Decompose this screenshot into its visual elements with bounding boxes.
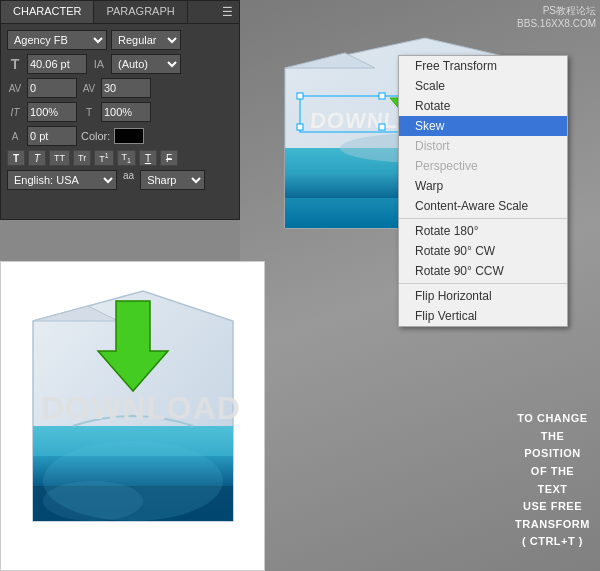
hscale-icon: T [81, 107, 97, 118]
italic-T-button[interactable]: T [28, 150, 46, 166]
language-select[interactable]: English: USA [7, 170, 117, 190]
svg-rect-12 [297, 124, 303, 130]
menu-item-rotate-180[interactable]: Rotate 180° [399, 221, 567, 241]
subscript-button[interactable]: T1 [117, 150, 136, 166]
character-panel: CHARACTER PARAGRAPH ☰ Agency FB Regular … [0, 0, 240, 220]
font-size-icon: T [7, 56, 23, 72]
tab-paragraph[interactable]: PARAGRAPH [94, 1, 187, 23]
panel-menu-button[interactable]: ☰ [216, 1, 239, 23]
baseline-icon: A [7, 131, 23, 142]
size-leading-row: T IA (Auto) [7, 54, 233, 74]
menu-item-distort: Distort [399, 136, 567, 156]
svg-point-22 [43, 481, 143, 521]
smallcaps-button[interactable]: Tr [73, 150, 91, 166]
font-size-input[interactable] [27, 54, 87, 74]
baseline-input[interactable] [27, 126, 77, 146]
font-family-select[interactable]: Agency FB [7, 30, 107, 50]
leading-select[interactable]: (Auto) [111, 54, 181, 74]
text-style-buttons: T T TT Tr T1 T1 T F [7, 150, 233, 166]
menu-separator-1 [399, 218, 567, 219]
menu-item-perspective: Perspective [399, 156, 567, 176]
instruction-text-area: TO CHANGE THE POSITION OF THE TEXT USE F… [505, 400, 600, 561]
instruction-text: TO CHANGE THE POSITION OF THE TEXT USE F… [515, 410, 590, 551]
svg-rect-13 [379, 124, 385, 130]
kerning-input[interactable] [27, 78, 77, 98]
menu-item-rotate-90cw[interactable]: Rotate 90° CW [399, 241, 567, 261]
context-menu: Free Transform Scale Rotate Skew Distort… [398, 55, 568, 327]
bold-T-button[interactable]: T [7, 150, 25, 166]
menu-item-scale[interactable]: Scale [399, 76, 567, 96]
menu-item-free-transform[interactable]: Free Transform [399, 56, 567, 76]
font-style-select[interactable]: Regular [111, 30, 181, 50]
menu-item-rotate-90ccw[interactable]: Rotate 90° CCW [399, 261, 567, 281]
color-label: Color: [81, 130, 110, 142]
superscript-button[interactable]: T1 [94, 150, 113, 166]
tracking-input[interactable] [101, 78, 151, 98]
aa-label: aa [121, 170, 136, 190]
color-swatch[interactable] [114, 128, 144, 144]
font-row: Agency FB Regular [7, 30, 233, 50]
menu-item-flip-vertical[interactable]: Flip Vertical [399, 306, 567, 326]
panel-body: Agency FB Regular T IA (Auto) AV AV IT [1, 24, 239, 196]
menu-item-flip-horizontal[interactable]: Flip Horizontal [399, 286, 567, 306]
panel-tabs: CHARACTER PARAGRAPH ☰ [1, 1, 239, 24]
strikethrough-button[interactable]: F [160, 150, 178, 166]
svg-text:DOWNLOAD: DOWNLOAD [41, 390, 241, 426]
svg-rect-8 [297, 93, 303, 99]
scale-row: IT T [7, 102, 233, 122]
antialias-select[interactable]: Sharp [140, 170, 205, 190]
vscale-icon: IT [7, 107, 23, 118]
tracking-kerning-row: AV AV [7, 78, 233, 98]
menu-separator-2 [399, 283, 567, 284]
tab-character[interactable]: CHARACTER [1, 1, 94, 23]
underline-button[interactable]: T [139, 150, 157, 166]
kerning-icon: AV [7, 83, 23, 94]
bottom-left-folder: DOWNLOAD [0, 261, 265, 571]
menu-item-skew[interactable]: Skew [399, 116, 567, 136]
leading-icon: IA [91, 58, 107, 70]
bottom-folder-svg: DOWNLOAD [13, 271, 253, 561]
tracking-icon: AV [81, 83, 97, 94]
vscale-input[interactable] [27, 102, 77, 122]
allcaps-button[interactable]: TT [49, 150, 70, 166]
menu-item-warp[interactable]: Warp [399, 176, 567, 196]
language-row: English: USA aa Sharp [7, 170, 233, 190]
menu-item-rotate[interactable]: Rotate [399, 96, 567, 116]
hscale-input[interactable] [101, 102, 151, 122]
baseline-color-row: A Color: [7, 126, 233, 146]
svg-rect-9 [379, 93, 385, 99]
menu-item-content-aware-scale[interactable]: Content-Aware Scale [399, 196, 567, 216]
